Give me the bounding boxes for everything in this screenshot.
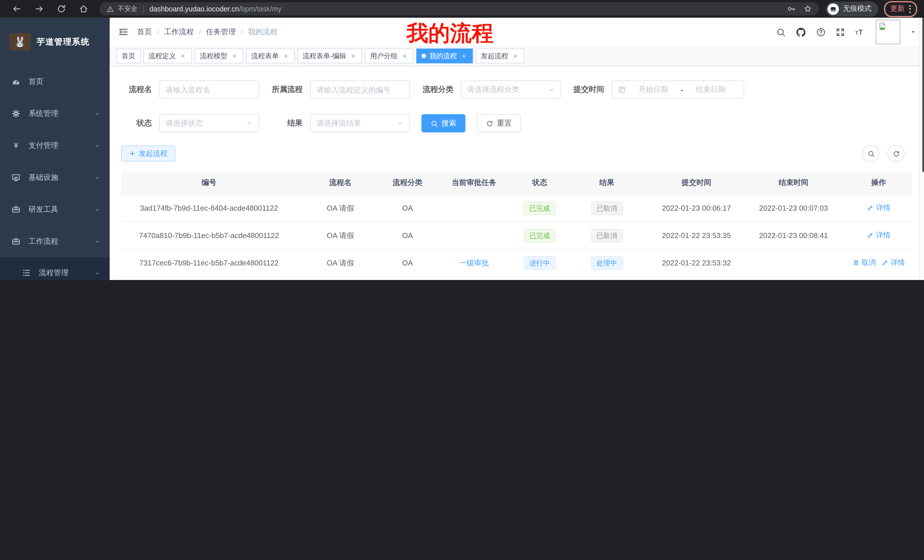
browser-menu-icon[interactable] [909,5,911,13]
browser-home-icon[interactable] [79,4,88,14]
table-header-row: 编号流程名流程分类当前审批任务状态结果提交时间结束时间操作 [121,171,912,195]
column-header: 结束时间 [742,178,845,188]
tab-label: 首页 [122,51,135,61]
close-icon[interactable]: × [460,52,468,59]
search-icon[interactable] [776,27,786,37]
collapse-sidebar-icon[interactable] [118,26,129,38]
cell-category: OA [384,231,431,240]
result-badge: 已取消 [591,201,623,215]
help-icon[interactable] [816,27,826,37]
breadcrumb-item[interactable]: 任务管理 [206,27,236,37]
chevron-down-icon[interactable] [910,29,916,35]
submit-time-daterange[interactable]: 开始日期-结束日期 [612,81,744,99]
detail-link[interactable]: 详情 [882,258,905,268]
toggle-search-button[interactable] [862,145,879,162]
breadcrumb-item: 我的流程 [248,27,278,37]
search-icon [430,120,438,127]
sidebar-item-payment[interactable]: ¥支付管理 [0,130,110,162]
column-header: 当前审批任务 [431,178,517,188]
chevron-down-icon [94,270,100,276]
logo-image: 🐰 [9,33,31,50]
tab-process-form[interactable]: 流程表单× [246,48,295,63]
chevron-down-icon [246,120,253,127]
table-row: 3ad174fb-7b9d-11ec-8404-acde48001122OA 请… [121,195,912,222]
fullscreen-icon[interactable] [836,27,845,37]
close-icon[interactable]: × [350,52,357,59]
plus-icon [129,150,136,157]
avatar[interactable] [876,19,901,45]
reset-button[interactable]: 重置 [477,114,521,132]
search-button[interactable]: 搜索 [422,114,465,132]
scrollbar[interactable] [919,18,924,280]
tab-label: 用户分组 [370,51,398,61]
cell-submit-time: 2022-01-22 23:53:35 [651,231,742,240]
tab-process-form-edit[interactable]: 流程表单-编辑× [297,48,362,63]
key-icon[interactable] [787,4,795,13]
close-icon[interactable]: × [179,52,187,59]
browser-forward-icon[interactable] [34,4,44,14]
status-select[interactable]: 请选择状态 [159,114,259,132]
sidebar-item-home[interactable]: 首页 [0,66,110,97]
detail-link[interactable]: 详情 [867,231,890,240]
browser-back-icon[interactable] [12,4,22,14]
close-icon[interactable]: × [401,52,408,59]
result-select[interactable]: 请选择流结果 [310,114,410,132]
close-icon[interactable]: × [512,52,519,59]
start-date-placeholder: 开始日期 [626,84,681,95]
incognito-icon [828,3,839,15]
current-task-link[interactable]: 一级审批 [459,258,489,267]
tab-home[interactable]: 首页 [117,48,141,63]
sidebar-item-process-mgmt[interactable]: 流程管理 [0,258,110,280]
filter-label: 流程名 [121,84,152,95]
breadcrumb-item[interactable]: 工作流程 [164,27,194,37]
sidebar-item-infrastructure[interactable]: 基础设施 [0,162,110,193]
tab-process-definition[interactable]: 流程定义× [143,48,192,63]
status-badge: 已完成 [524,201,556,215]
process-definition-input[interactable] [310,81,410,99]
sidebar-item-label: 研发工具 [28,204,58,215]
process-category-select[interactable]: 请选择流程分类 [461,81,561,99]
browser-reload-icon[interactable] [57,4,66,14]
close-icon[interactable]: × [231,52,238,59]
app-logo: 🐰 芋道管理系统 [0,18,110,66]
font-size-icon[interactable]: TT [855,27,865,37]
cell-end-time: 2022-01-23 00:08:41 [742,231,845,240]
bookmark-star-icon[interactable] [804,4,812,13]
github-icon[interactable] [795,27,806,37]
cancel-link[interactable]: 取消 [852,258,876,268]
tab-start-process[interactable]: 发起流程× [476,48,524,63]
tab-process-model[interactable]: 流程模型× [195,48,243,63]
tab-label: 流程表单 [251,51,279,61]
url-bar[interactable]: 不安全 dashboard.yudao.iocoder.cn/bpm/task/… [99,2,819,15]
detail-link[interactable]: 详情 [867,203,890,213]
filter-status: 状态请选择状态 [121,114,259,132]
chevron-down-icon [94,111,100,117]
process-name-input[interactable] [159,81,259,99]
sidebar-item-label: 流程管理 [39,268,69,278]
column-header: 提交时间 [651,178,742,188]
refresh-table-button[interactable] [888,145,904,162]
cell-category: OA [384,259,431,267]
filter-submit-time: 提交时间开始日期-结束日期 [572,81,744,99]
create-process-button[interactable]: 发起流程 [121,145,176,162]
sidebar-item-workflow[interactable]: 工作流程 [0,226,110,258]
tags-view-bar: 首页流程定义×流程模型×流程表单×流程表单-编辑×用户分组×我的流程×发起流程× [110,46,924,66]
page-content: 流程名所属流程流程分类请选择流程分类提交时间开始日期-结束日期 状态请选择状态结… [110,66,924,280]
sidebar-item-dev-tools[interactable]: 研发工具 [0,193,110,226]
sidebar-item-label: 支付管理 [28,141,58,151]
chevron-up-icon [94,238,100,245]
chevron-down-icon [94,174,100,181]
breadcrumb-item[interactable]: 首页 [137,27,152,37]
close-icon[interactable]: × [282,52,290,59]
browser-update-button[interactable]: 更新 [884,1,917,17]
filter-process-name: 流程名 [121,81,259,99]
filter-process-definition: 所属流程 [271,81,410,99]
tab-my-process[interactable]: 我的流程× [416,48,473,63]
sidebar-item-system[interactable]: 系统管理 [0,97,110,130]
sidebar-item-label: 首页 [28,76,44,87]
filter-label: 流程分类 [422,84,453,95]
table-row: 7470a810-7b9b-11ec-b5b7-acde48001122OA 请… [121,222,912,250]
edit-icon [882,259,888,266]
filter-label: 状态 [121,118,152,129]
tab-user-group[interactable]: 用户分组× [365,48,414,63]
